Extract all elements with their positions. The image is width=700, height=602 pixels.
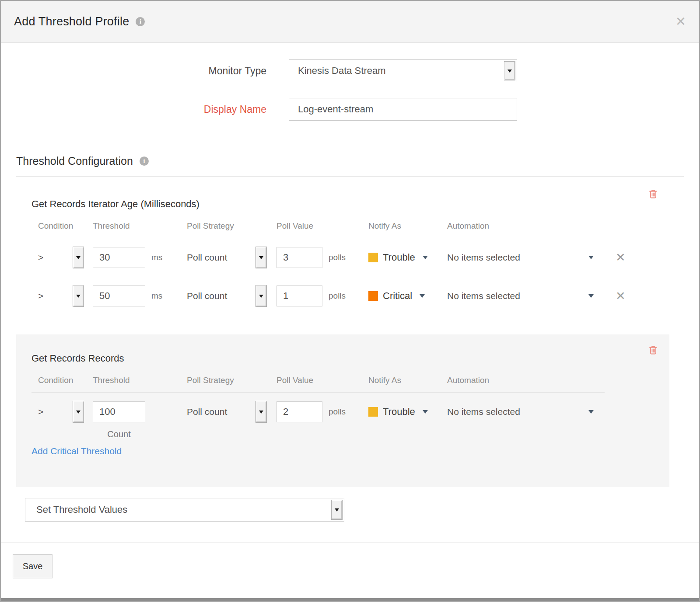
condition-dropdown-button[interactable] (73, 401, 84, 423)
caret-down-icon (259, 256, 263, 259)
poll-strategy-dropdown-button[interactable] (256, 401, 267, 423)
col-poll-value: Poll Value (276, 221, 368, 231)
table-header: Condition Threshold Poll Strategy Poll V… (32, 376, 605, 393)
automation-value: No items selected (447, 252, 520, 263)
notify-as-dropdown[interactable]: Trouble (368, 406, 447, 418)
automation-value: No items selected (447, 407, 520, 417)
display-name-fieldbox (289, 98, 517, 121)
threshold-input[interactable] (93, 247, 145, 268)
caret-down-icon (259, 295, 263, 298)
add-critical-threshold-link[interactable]: Add Critical Threshold (32, 446, 122, 456)
monitor-type-dropdown-button[interactable] (504, 61, 515, 80)
dialog-title: Add Threshold Profile (14, 15, 129, 28)
trash-icon (649, 345, 658, 355)
col-automation: Automation (447, 376, 605, 385)
monitor-type-label: Monitor Type (1, 65, 266, 77)
poll-value-input[interactable] (276, 401, 322, 422)
chevron-down-icon (420, 294, 425, 298)
remove-row-button[interactable]: ✕ (616, 289, 626, 303)
threshold-row: > ms Poll count polls Critical No it (32, 277, 605, 315)
delete-metric-button[interactable] (649, 189, 658, 200)
poll-value-input[interactable] (276, 247, 322, 268)
add-threshold-profile-dialog: Add Threshold Profile i ✕ Monitor Type K… (0, 0, 700, 602)
display-name-label: Display Name (1, 104, 266, 115)
remove-row-button[interactable]: ✕ (616, 251, 626, 264)
automation-dropdown[interactable]: No items selected (447, 252, 605, 263)
metric-section-iterator-age: Get Records Iterator Age (Milliseconds) … (1, 177, 699, 318)
set-threshold-values-select[interactable]: Set Threshold Values (25, 498, 344, 522)
caret-down-icon (259, 411, 263, 414)
threshold-input[interactable] (93, 285, 145, 306)
poll-value-unit: polls (329, 253, 346, 262)
caret-down-icon (76, 295, 80, 298)
monitor-type-row: Monitor Type Kinesis Data Stream (1, 59, 699, 82)
col-threshold: Threshold (93, 221, 187, 231)
caret-down-icon (76, 411, 80, 414)
threshold-configuration-title: Threshold Configuration (16, 155, 133, 167)
threshold-row: > ms Poll count polls Trouble No ite (32, 238, 605, 277)
condition-dropdown-button[interactable] (73, 285, 84, 307)
delete-metric-button[interactable] (649, 345, 658, 356)
automation-dropdown[interactable]: No items selected (447, 407, 605, 417)
poll-strategy-dropdown-button[interactable] (256, 247, 267, 268)
poll-strategy-value: Poll count (187, 407, 227, 417)
trash-icon (649, 189, 658, 198)
col-threshold: Threshold (93, 376, 187, 385)
chevron-down-icon (588, 294, 594, 298)
monitor-type-select[interactable]: Kinesis Data Stream (289, 59, 517, 82)
monitor-type-value: Kinesis Data Stream (298, 65, 386, 77)
notify-as-value: Trouble (383, 252, 415, 263)
notify-as-dropdown[interactable]: Trouble (368, 252, 447, 263)
notify-as-value: Critical (383, 290, 412, 302)
condition-dropdown-button[interactable] (73, 247, 84, 268)
col-condition: Condition (32, 221, 93, 231)
poll-strategy-dropdown-button[interactable] (256, 285, 267, 307)
info-icon[interactable]: i (140, 157, 149, 166)
chevron-down-icon (423, 410, 428, 414)
threshold-configuration-header: Threshold Configuration i (16, 155, 699, 167)
caret-down-icon (335, 508, 339, 512)
profile-form: Monitor Type Kinesis Data Stream Display… (1, 59, 699, 121)
poll-value-unit: polls (329, 407, 346, 417)
save-button[interactable]: Save (13, 554, 52, 578)
col-condition: Condition (32, 376, 93, 385)
col-poll-strategy: Poll Strategy (187, 376, 276, 385)
metric-title: Get Records Iterator Age (Milliseconds) (32, 198, 699, 210)
info-icon[interactable]: i (136, 17, 145, 26)
poll-strategy-value: Poll count (187, 291, 227, 301)
threshold-row: > Count Poll count polls Trouble No (32, 393, 605, 431)
col-notify-as: Notify As (368, 376, 447, 385)
bottom-edge-bar (1, 598, 699, 601)
condition-value: > (38, 252, 43, 263)
poll-value-unit: polls (329, 291, 346, 301)
footer-divider (1, 543, 699, 543)
chevron-down-icon (588, 410, 594, 414)
threshold-unit: ms (151, 253, 162, 262)
poll-strategy-value: Poll count (187, 252, 227, 263)
col-automation: Automation (447, 221, 605, 231)
notify-as-value: Trouble (383, 406, 415, 418)
severity-swatch (368, 407, 378, 417)
notify-as-dropdown[interactable]: Critical (368, 290, 447, 302)
poll-value-input[interactable] (276, 285, 322, 306)
automation-value: No items selected (447, 291, 520, 301)
set-threshold-values-value: Set Threshold Values (36, 504, 127, 515)
chevron-down-icon (588, 256, 594, 259)
caret-down-icon (508, 70, 512, 73)
threshold-caption: Count (93, 429, 145, 439)
col-notify-as: Notify As (368, 221, 447, 231)
display-name-input[interactable] (298, 98, 517, 120)
severity-swatch (368, 291, 378, 301)
threshold-input[interactable] (93, 401, 145, 422)
close-icon[interactable]: ✕ (676, 15, 686, 28)
display-name-row: Display Name (1, 98, 699, 121)
threshold-unit: ms (151, 291, 162, 301)
condition-value: > (38, 407, 43, 417)
automation-dropdown[interactable]: No items selected (447, 291, 605, 301)
condition-value: > (38, 291, 43, 301)
metric-section-records: Get Records Records Condition Threshold … (16, 334, 669, 487)
caret-down-icon (76, 256, 80, 259)
metric-title: Get Records Records (32, 353, 669, 364)
col-poll-strategy: Poll Strategy (187, 221, 276, 231)
set-threshold-values-dropdown-button[interactable] (331, 500, 343, 520)
